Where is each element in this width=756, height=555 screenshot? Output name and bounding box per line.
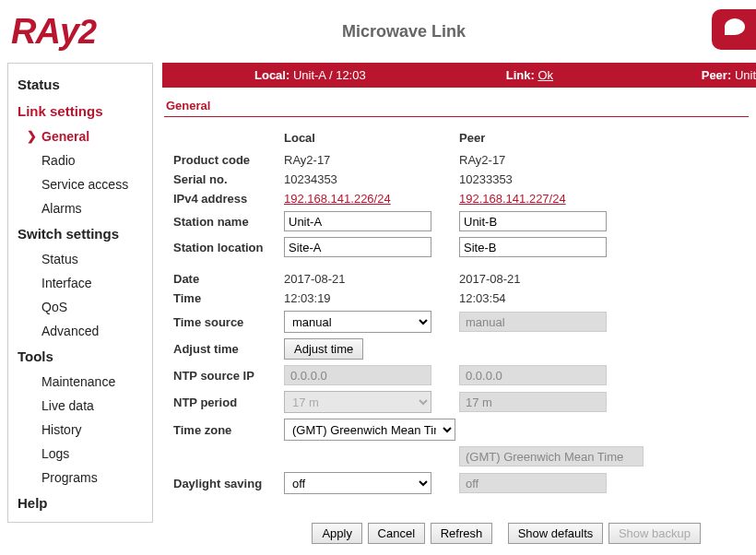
sidebar-item-label: General <box>41 129 89 144</box>
show-backup-button: Show backup <box>608 523 701 544</box>
sidebar-item-history[interactable]: History <box>8 418 152 442</box>
label-time: Time <box>168 289 278 308</box>
sidebar-item-maintenance[interactable]: Maintenance <box>8 370 152 394</box>
sidebar-item-live-data[interactable]: Live data <box>8 394 152 418</box>
page-title: Microwave Link <box>96 22 712 41</box>
header: RAy2 Microwave Link <box>0 0 756 63</box>
column-header-local: Local <box>278 128 454 150</box>
local-ntp-period-select: 17 m <box>284 391 431 413</box>
local-station-location-input[interactable] <box>284 237 431 257</box>
sidebar-group-tools[interactable]: Tools <box>8 343 152 370</box>
local-time: 12:03:19 <box>278 289 454 308</box>
adjust-time-button[interactable]: Adjust time <box>284 338 363 360</box>
statusbar-local-value: Unit-A / 12:03 <box>293 68 366 82</box>
sidebar-item-advanced[interactable]: Advanced <box>8 319 152 343</box>
statusbar-link-label: Link: <box>506 68 535 82</box>
local-station-name-input[interactable] <box>284 211 431 231</box>
local-product-code: RAy2-17 <box>278 150 454 170</box>
peer-station-name-input[interactable] <box>459 211 607 231</box>
label-time-zone: Time zone <box>168 416 278 443</box>
statusbar-peer-value: Unit <box>735 68 756 82</box>
label-ipv4: IPv4 address <box>168 189 278 208</box>
sidebar-item-interface[interactable]: Interface <box>8 271 152 295</box>
chevron-right-icon: ❯ <box>27 129 37 143</box>
sidebar-item-logs[interactable]: Logs <box>8 442 152 466</box>
label-date: Date <box>168 269 278 289</box>
label-ntp-source-ip: NTP source IP <box>168 362 278 388</box>
sidebar-item-switch-status[interactable]: Status <box>8 247 152 271</box>
sidebar-group-help[interactable]: Help <box>8 490 152 516</box>
section-title: General <box>164 99 749 117</box>
peer-time-source: manual <box>459 312 607 332</box>
label-station-location: Station location <box>168 234 278 260</box>
local-time-zone-select[interactable]: (GMT) Greenwich Mean Time <box>284 419 455 441</box>
local-time-source-select[interactable]: manual <box>284 311 431 333</box>
sidebar-item-radio[interactable]: Radio <box>8 148 152 172</box>
local-date: 2017-08-21 <box>278 269 454 289</box>
label-serial-no: Serial no. <box>168 170 278 189</box>
local-daylight-saving-select[interactable]: off <box>284 472 431 494</box>
sidebar-group-switch-settings[interactable]: Switch settings <box>8 220 152 247</box>
peer-ntp-source-ip: 0.0.0.0 <box>459 365 607 385</box>
sidebar-item-alarms[interactable]: Alarms <box>8 196 152 220</box>
status-bar: Local: Unit-A / 12:03 Link: Ok Peer: Uni… <box>162 63 756 88</box>
sidebar-item-service-access[interactable]: Service access <box>8 172 152 196</box>
sidebar-group-status[interactable]: Status <box>8 71 152 98</box>
peer-date: 2017-08-21 <box>454 269 649 289</box>
peer-daylight-saving: off <box>459 473 607 493</box>
label-ntp-period: NTP period <box>168 388 278 416</box>
show-defaults-button[interactable]: Show defaults <box>508 523 604 544</box>
peer-time: 12:03:54 <box>454 289 649 308</box>
column-header-peer: Peer <box>454 128 649 150</box>
sidebar-item-programs[interactable]: Programs <box>8 466 152 490</box>
statusbar-link-value[interactable]: Ok <box>537 68 553 82</box>
peer-station-location-input[interactable] <box>459 237 607 257</box>
sidebar: Status Link settings ❯General Radio Serv… <box>7 63 153 523</box>
label-product-code: Product code <box>168 150 278 170</box>
label-time-source: Time source <box>168 308 278 336</box>
logo: RAy2 <box>7 12 96 52</box>
local-ntp-source-ip: 0.0.0.0 <box>284 365 431 385</box>
peer-product-code: RAy2-17 <box>454 150 649 170</box>
peer-ntp-period: 17 m <box>459 392 607 412</box>
peer-time-zone: (GMT) Greenwich Mean Time <box>459 446 644 466</box>
sidebar-item-general[interactable]: ❯General <box>8 124 152 148</box>
cancel-button[interactable]: Cancel <box>368 523 425 544</box>
refresh-button[interactable]: Refresh <box>431 523 493 544</box>
apply-button[interactable]: Apply <box>312 523 362 544</box>
peer-ipv4-link[interactable]: 192.168.141.227/24 <box>459 192 566 206</box>
local-serial-no: 10234353 <box>278 170 454 189</box>
peer-serial-no: 10233353 <box>454 170 649 189</box>
statusbar-peer-label: Peer: <box>702 68 732 82</box>
label-station-name: Station name <box>168 208 278 234</box>
brand-icon <box>712 9 756 53</box>
sidebar-item-qos[interactable]: QoS <box>8 295 152 319</box>
label-daylight-saving: Daylight saving <box>168 469 278 497</box>
sidebar-group-link-settings[interactable]: Link settings <box>8 98 152 124</box>
content: Local: Unit-A / 12:03 Link: Ok Peer: Uni… <box>162 63 756 553</box>
label-adjust-time: Adjust time <box>168 336 278 362</box>
local-ipv4-link[interactable]: 192.168.141.226/24 <box>284 192 391 206</box>
general-form: Local Peer Product code RAy2-17 RAy2-17 … <box>168 128 649 497</box>
statusbar-local-label: Local: <box>254 68 289 82</box>
button-row: Apply Cancel Refresh Show defaults Show … <box>162 497 756 553</box>
